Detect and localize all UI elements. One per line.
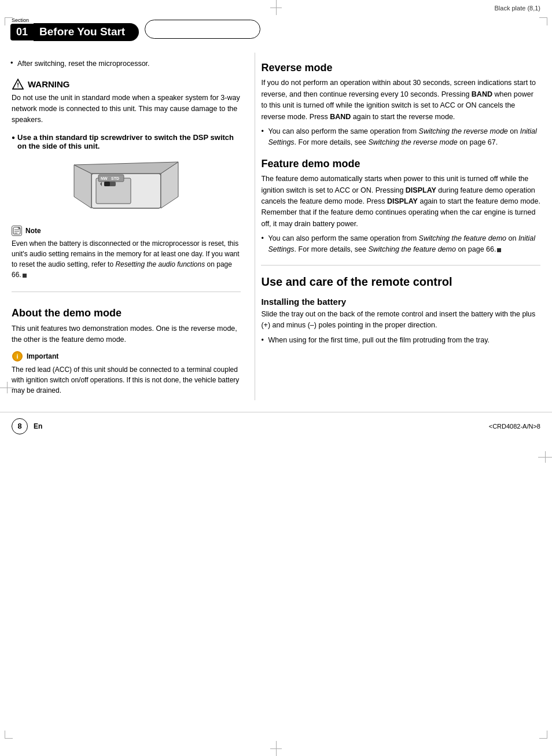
crosshair-top-center (270, 0, 282, 15)
page-number-circle: 8 (12, 418, 28, 434)
installing-bullet: When using for the first time, pull out … (261, 335, 540, 346)
crosshair-left (0, 382, 14, 393)
svg-text:!: ! (17, 82, 19, 88)
feature-end-mark (497, 248, 501, 252)
svg-marker-14 (74, 162, 178, 174)
right-column: Reverse mode If you do not perform an op… (255, 53, 540, 400)
left-column: After switching, reset the microprocesso… (12, 53, 255, 400)
about-demo-heading: About the demo mode (12, 307, 241, 320)
page-number: 8 (17, 422, 21, 430)
black-plate-label: Black plate (8,1) (495, 5, 540, 12)
reverse-mode-heading: Reverse mode (261, 62, 540, 75)
important-box: i Important The red lead (ACC) of this u… (12, 351, 241, 396)
note-title-row: Note (12, 226, 241, 236)
feature-bullet-italic3: Switching the feature demo (368, 245, 455, 253)
display-2: DISPLAY (387, 197, 418, 205)
right-col-divider (261, 265, 540, 265)
note-box: Note Even when the battery is disconnect… (12, 226, 241, 280)
en-label: En (34, 422, 42, 430)
corner-mark-bl (5, 731, 13, 739)
device-drawing: NW STD (68, 156, 184, 220)
reverse-bullet-italic3: Switching the reverse mode (368, 138, 457, 146)
installing-text: Slide the tray out on the back of the re… (261, 309, 540, 331)
feature-demo-section: Feature demo mode The feature demo autom… (261, 158, 540, 256)
band-1: BAND (472, 90, 492, 98)
bullet-after-switching-text: After switching, reset the microprocesso… (17, 60, 150, 68)
warning-title-row: ! WARNING (12, 78, 241, 90)
note-text: Even when the battery is disconnected or… (12, 238, 241, 280)
dsp-instruction: Use a thin standard tip screwdriver to s… (12, 133, 241, 150)
reverse-mode-bullet: You can also perform the same operation … (261, 126, 540, 149)
feature-demo-bullet: You can also perform the same operation … (261, 233, 540, 256)
footer-code: <CRD4082-A/N>8 (489, 423, 540, 430)
feature-demo-body: The feature demo automatically starts wh… (261, 174, 540, 230)
svg-text:STD: STD (111, 176, 119, 180)
reverse-mode-body: If you do not perform an operation withi… (261, 78, 540, 123)
corner-mark-br (539, 731, 547, 739)
svg-text:NW: NW (101, 176, 108, 180)
section-right-pill (145, 20, 260, 39)
device-svg: NW STD (68, 156, 184, 220)
bullet-after-switching: After switching, reset the microprocesso… (12, 58, 241, 69)
warning-box: ! WARNING Do not use the unit in standar… (12, 78, 241, 125)
important-icon: i (12, 351, 23, 362)
feature-demo-heading: Feature demo mode (261, 158, 540, 171)
use-care-heading: Use and care of the remote control (261, 275, 540, 289)
svg-rect-10 (104, 182, 110, 186)
crosshair-bottom-center (270, 741, 282, 756)
section-title: Before You Start (34, 23, 139, 41)
feature-bullet-italic1: Switching the feature demo (419, 234, 506, 242)
installing-heading: Installing the battery (261, 297, 540, 307)
reverse-bullet-italic1: Switching the reverse mode (419, 127, 508, 135)
svg-text:i: i (16, 353, 18, 360)
svg-marker-19 (17, 227, 20, 230)
section-number: 01 (10, 24, 34, 41)
note-italic-ref: Resetting the audio functions (115, 260, 205, 268)
reverse-mode-section: Reverse mode If you do not perform an op… (261, 62, 540, 149)
note-end-mark (23, 274, 27, 278)
dsp-instruction-text: Use a thin standard tip screwdriver to s… (17, 133, 241, 150)
footer-left: 8 En (12, 418, 42, 434)
warning-text: Do not use the unit in standard mode whe… (12, 93, 241, 125)
section-label: Section (12, 17, 29, 23)
note-label: Note (25, 227, 41, 235)
important-text: The red lead (ACC) of this unit should b… (12, 364, 241, 396)
page-footer: 8 En <CRD4082-A/N>8 (0, 412, 552, 440)
band-2: BAND (330, 113, 351, 121)
warning-icon: ! (12, 78, 24, 90)
about-demo-text: This unit features two demonstration mod… (12, 323, 241, 346)
use-care-section: Use and care of the remote control Insta… (261, 275, 540, 346)
main-content: After switching, reset the microprocesso… (0, 53, 552, 400)
page-container: Black plate (8,1) Section 01 Before You … (0, 0, 552, 756)
display-1: DISPLAY (406, 186, 436, 194)
demo-mode-section: About the demo mode This unit features t… (12, 292, 241, 395)
crosshair-right (538, 451, 552, 463)
note-icon (12, 226, 22, 236)
warning-label: WARNING (28, 79, 70, 89)
important-label: Important (27, 352, 58, 360)
section-header: Section 01 Before You Start (10, 17, 542, 41)
important-title-row: i Important (12, 351, 241, 362)
